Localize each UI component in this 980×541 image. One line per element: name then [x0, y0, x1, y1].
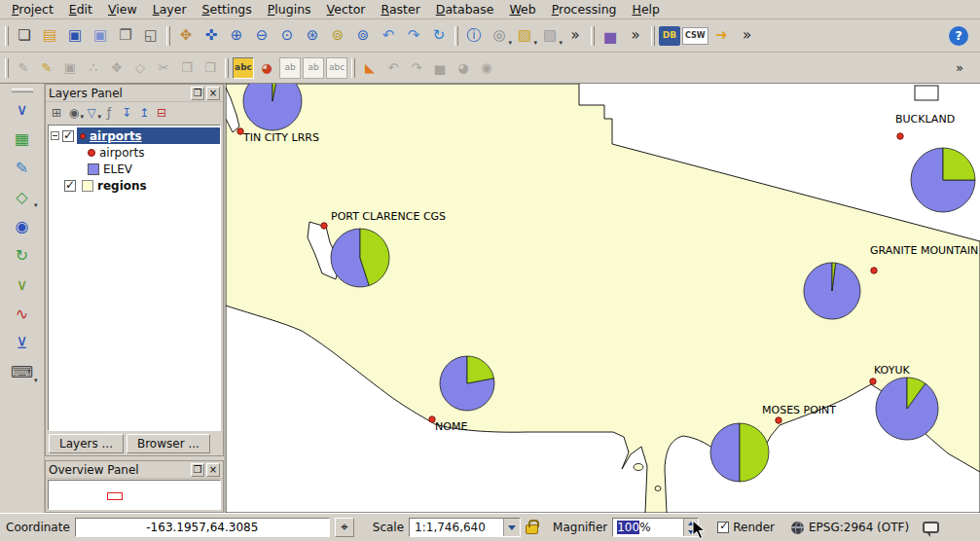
change-label-icon[interactable]: abc	[326, 57, 347, 79]
new-project-icon[interactable]: ❏	[13, 24, 36, 48]
crs-status-button[interactable]: EPSG:2964 (OTF)	[791, 521, 909, 534]
close-panel-icon[interactable]: ×	[206, 87, 220, 100]
grid-squares-icon[interactable]: ▦	[8, 126, 37, 152]
toolbar-overflow-icon[interactable]: »	[736, 24, 759, 48]
menu-item[interactable]: Settings	[195, 0, 260, 18]
menu-item[interactable]: Plugins	[260, 0, 319, 18]
collapse-all-icon[interactable]: ↥	[135, 104, 153, 122]
menu-item[interactable]: Processing	[544, 0, 625, 18]
db-manager-icon[interactable]: DB	[659, 26, 680, 46]
menu-item[interactable]: Web	[501, 0, 543, 18]
toolbar-handle[interactable]	[225, 58, 229, 78]
statistics-icon[interactable]: ▅	[599, 24, 622, 48]
vertex-plugin-icon[interactable]: ∨	[8, 272, 37, 298]
metasearch-csw-icon[interactable]: CSW	[682, 27, 708, 45]
toolbar-overflow-icon[interactable]: »	[624, 24, 647, 48]
zoom-in-icon[interactable]: ⊕	[225, 24, 248, 48]
new-print-composer-icon[interactable]: ❐	[114, 24, 137, 48]
zoom-native-icon[interactable]: ⊙	[275, 24, 299, 48]
digitize-point-icon[interactable]: ∴	[83, 57, 104, 79]
filter-legend-icon[interactable]: ▽	[83, 104, 100, 122]
magnifier-down-button[interactable]	[684, 527, 698, 536]
layer-tree-row[interactable]: ELEV	[49, 161, 220, 177]
expand-all-icon[interactable]: ↧	[118, 104, 135, 122]
web-menu-icon[interactable]: ➜	[710, 24, 734, 48]
zoom-to-selection-icon[interactable]: ⊚	[326, 24, 349, 48]
labeling-icon[interactable]: abc	[233, 57, 254, 79]
select-features-icon[interactable]: ▧	[513, 24, 536, 48]
toolbar-overflow-icon[interactable]: »	[949, 57, 970, 79]
cad-tools-icon[interactable]: ∨	[8, 97, 37, 123]
menu-item[interactable]: Vector	[319, 0, 374, 18]
zoom-next-icon[interactable]: ↷	[402, 24, 425, 48]
polygon-tool-icon[interactable]: ◇	[8, 185, 37, 210]
plugin-chart-icon[interactable]: ▅	[429, 57, 451, 79]
layer-checkbox[interactable]	[62, 130, 74, 142]
magnifier-up-button[interactable]	[684, 519, 698, 527]
layer-tree-row[interactable]: airports	[49, 144, 220, 161]
undo-icon[interactable]: ↶	[382, 57, 404, 79]
menu-item[interactable]: View	[100, 0, 145, 18]
paste-features-icon[interactable]: ❒	[200, 57, 221, 79]
run-feature-action-icon[interactable]: ◎	[488, 24, 511, 48]
move-feature-icon[interactable]: ✥	[106, 57, 127, 79]
deselect-features-icon[interactable]: ▨	[538, 24, 562, 48]
current-edits-icon[interactable]: ✎	[13, 57, 34, 79]
plugin-pie-icon[interactable]: ◕	[453, 57, 474, 79]
close-panel-icon[interactable]: ×	[206, 463, 220, 477]
remove-layer-icon[interactable]: ⊟	[153, 104, 170, 122]
layer-tree-row[interactable]: airports	[49, 127, 220, 144]
toolbar-handle[interactable]	[5, 26, 9, 46]
refresh-plugin-icon[interactable]: ↻	[8, 243, 37, 269]
composer-manager-icon[interactable]: ◱	[139, 24, 163, 48]
rotate-label-icon[interactable]: ab	[303, 57, 324, 79]
coordinate-extent-toggle-icon[interactable]: ⌖	[335, 518, 354, 537]
menu-item[interactable]: Help	[625, 0, 669, 18]
menu-item[interactable]: Layer	[145, 0, 195, 18]
help-icon[interactable]: ?	[949, 26, 968, 46]
add-group-icon[interactable]: ⊞	[48, 104, 65, 122]
save-project-icon[interactable]: ▣	[63, 24, 87, 48]
identify-features-icon[interactable]: ⓘ	[462, 24, 486, 48]
zoom-out-icon[interactable]: ⊖	[250, 24, 273, 48]
zoom-last-icon[interactable]: ↶	[377, 24, 400, 48]
toggle-editing-icon[interactable]: ✎	[36, 57, 57, 79]
overview-map[interactable]	[48, 480, 221, 510]
pan-map-icon[interactable]: ✥	[174, 24, 198, 48]
move-label-icon[interactable]: ab	[279, 57, 301, 79]
menu-item[interactable]: Edit	[61, 0, 100, 18]
node-tool-icon[interactable]: ◇	[129, 57, 151, 79]
save-edits-icon[interactable]: ▣	[59, 57, 81, 79]
toolbar-handle[interactable]	[166, 26, 170, 46]
filter-expression-icon[interactable]: ƒ	[100, 104, 118, 122]
layers-panel-tab[interactable]: Layers ...	[49, 434, 124, 453]
style-brush-icon[interactable]: ✎	[8, 156, 37, 181]
messages-icon[interactable]	[923, 522, 939, 533]
browser-panel-tab[interactable]: Browser ...	[127, 434, 210, 453]
copy-features-icon[interactable]: ❐	[176, 57, 198, 79]
layer-visibility-icon[interactable]: ◉	[65, 104, 83, 122]
globe-plugin-icon[interactable]: ◉	[8, 214, 37, 239]
save-project-as-icon[interactable]: ▣	[89, 24, 112, 48]
toolbar-handle[interactable]	[591, 26, 595, 46]
zoom-to-layer-icon[interactable]: ⊚	[351, 24, 375, 48]
menu-item[interactable]: Raster	[373, 0, 427, 18]
toolbar-handle[interactable]	[651, 26, 655, 46]
toolbar-overflow-icon[interactable]: »	[563, 24, 587, 48]
expander-icon[interactable]	[51, 131, 59, 140]
zoom-full-extent-icon[interactable]: ⊛	[301, 24, 324, 48]
python-console-icon[interactable]: ⌨	[8, 360, 37, 385]
cut-features-icon[interactable]: ✂	[153, 57, 174, 79]
render-checkbox[interactable]	[717, 522, 729, 533]
refresh-map-icon[interactable]: ↻	[427, 24, 451, 48]
diagram-icon[interactable]: ◕	[256, 57, 277, 79]
scale-combobox[interactable]: 1:1,746,640	[409, 518, 521, 537]
map-canvas[interactable]: TIN CITY LRRSPORT CLARENCE CGSNOMEMOSES …	[226, 84, 980, 513]
toolbar-handle[interactable]	[12, 89, 33, 92]
toolbar-handle[interactable]	[5, 58, 9, 78]
toolbar-handle[interactable]	[351, 58, 355, 78]
float-panel-icon[interactable]: ❐	[191, 463, 204, 477]
measure-icon[interactable]: ◣	[359, 57, 381, 79]
layer-tree-row[interactable]: regions	[49, 177, 220, 194]
spline-plugin-icon[interactable]: ∿	[8, 302, 37, 327]
